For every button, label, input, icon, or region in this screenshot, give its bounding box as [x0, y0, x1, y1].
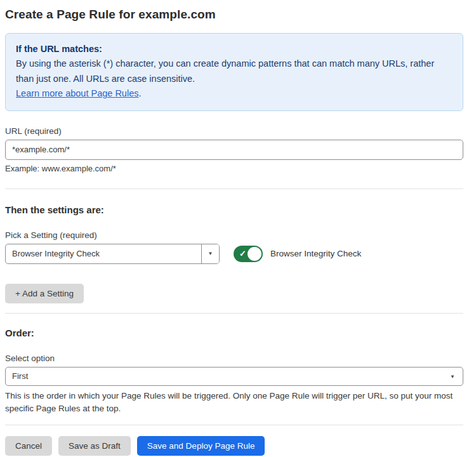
order-select-label: Select option [5, 354, 463, 363]
url-field-label: URL (required) [5, 126, 463, 136]
chevron-down-icon: ▼ [450, 373, 455, 379]
toggle-label: Browser Integrity Check [270, 249, 361, 258]
save-as-draft-button[interactable]: Save as Draft [58, 436, 131, 456]
check-icon: ✓ [239, 249, 246, 258]
order-select[interactable]: First ▼ [5, 367, 463, 386]
page-rule-form: Create a Page Rule for example.com If th… [0, 0, 476, 456]
setting-dropdown[interactable]: Browser Integrity Check ▼ [5, 244, 220, 264]
url-example-helper: Example: www.example.com/* [5, 164, 463, 173]
setting-dropdown-value: Browser Integrity Check [6, 244, 201, 263]
divider [5, 425, 463, 425]
url-input[interactable] [5, 140, 463, 160]
save-and-deploy-button[interactable]: Save and Deploy Page Rule [137, 436, 265, 456]
cancel-button[interactable]: Cancel [5, 436, 52, 456]
toggle-knob [248, 247, 261, 261]
info-box-heading: If the URL matches: [16, 42, 453, 56]
pick-setting-label: Pick a Setting (required) [5, 230, 463, 240]
info-box-link-line: Learn more about Page Rules. [16, 86, 453, 101]
setting-dropdown-arrow-button[interactable]: ▼ [201, 244, 219, 263]
info-box-body: By using the asterisk (*) character, you… [16, 56, 453, 86]
browser-integrity-check-toggle[interactable]: ✓ [234, 246, 263, 262]
divider [5, 313, 463, 314]
chevron-down-icon: ▼ [208, 251, 213, 256]
divider [5, 189, 463, 189]
add-setting-button[interactable]: + Add a Setting [5, 284, 84, 303]
footer-buttons: Cancel Save as Draft Save and Deploy Pag… [5, 436, 463, 456]
settings-section-heading: Then the settings are: [5, 204, 463, 215]
learn-more-link[interactable]: Learn more about Page Rules [16, 88, 138, 98]
order-select-value: First [12, 371, 28, 381]
order-section-heading: Order: [5, 328, 463, 338]
url-match-info-box: If the URL matches: By using the asteris… [5, 33, 463, 111]
setting-toggle-wrap: ✓ Browser Integrity Check [234, 246, 361, 262]
order-helper-text: This is the order in which your Page Rul… [5, 390, 463, 414]
link-suffix: . [138, 88, 141, 98]
page-title: Create a Page Rule for example.com [5, 8, 463, 22]
setting-row: Browser Integrity Check ▼ ✓ Browser Inte… [5, 244, 463, 264]
